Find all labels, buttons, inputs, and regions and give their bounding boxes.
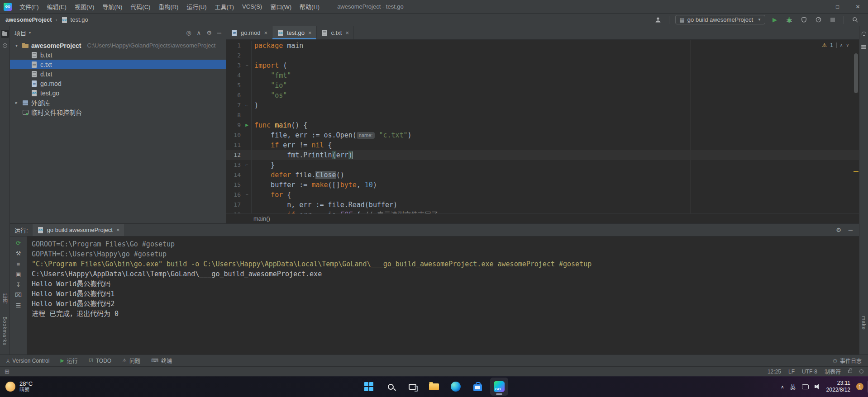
profiler-button[interactable]	[813, 15, 823, 25]
toolwindow-problems[interactable]: ⚠问题	[122, 357, 140, 364]
tree-item-node-external-libraries[interactable]: ▸外部库	[10, 98, 226, 107]
tree-item-file-b-txt[interactable]: b.txt	[10, 50, 226, 60]
volume-icon[interactable]	[815, 384, 820, 389]
toolwindow-terminal[interactable]: ⌨终端	[151, 357, 172, 364]
touch-keyboard-icon[interactable]	[802, 384, 809, 389]
menu-item[interactable]: 文件(F)	[15, 0, 43, 13]
maximize-button[interactable]: □	[827, 0, 848, 13]
run-button[interactable]: ▶	[770, 15, 780, 25]
fold-marker-icon[interactable]: −	[243, 190, 252, 200]
run-with-coverage-button[interactable]	[799, 15, 809, 25]
profile-icon[interactable]	[653, 15, 663, 25]
tool-stripe-label[interactable]: 结构	[1, 293, 9, 304]
menu-item[interactable]: 窗口(W)	[266, 0, 296, 13]
code-line[interactable]: 14 defer file.Close()	[226, 170, 859, 180]
tool-window-switcher-icon[interactable]: ⊞	[5, 368, 10, 375]
run-configuration-select[interactable]: ▤ go build awesomeProject ▼	[675, 15, 765, 24]
code-line[interactable]: 11 if err != nil {	[226, 140, 859, 150]
taskbar-search-button[interactable]	[382, 378, 400, 396]
rerun-icon[interactable]: ⟳	[16, 240, 21, 246]
tray-chevron-up-icon[interactable]: ∧	[781, 384, 784, 389]
code-line[interactable]: 15 buffer := make([]byte, 10)	[226, 180, 859, 190]
tree-item-file-d-txt[interactable]: d.txt	[10, 69, 226, 79]
code-line[interactable]: 17 n, err := file.Read(buffer)	[226, 200, 859, 210]
hide-panel-icon[interactable]: ─	[849, 227, 853, 233]
tab-test-go[interactable]: test.go×	[272, 26, 317, 39]
menu-item[interactable]: 重构(R)	[154, 0, 182, 13]
dump-threads-icon[interactable]: ▣	[15, 271, 21, 277]
tab-go-mod[interactable]: go.mod×	[226, 26, 272, 39]
collapse-all-icon[interactable]: ∧	[197, 29, 201, 36]
tab-close-icon[interactable]: ×	[345, 29, 349, 36]
minimize-button[interactable]: —	[807, 0, 827, 13]
fold-marker-icon[interactable]: ⌐	[243, 160, 252, 170]
toolwindow-todo[interactable]: ☑TODO	[89, 358, 111, 364]
tree-item-root-awesomeProject[interactable]: ▾awesomeProjectC:\Users\Happy\GolandProj…	[10, 41, 226, 50]
notifications-tool-button[interactable]	[860, 30, 868, 38]
tab-close-icon[interactable]: ×	[308, 29, 312, 36]
goland-taskbar-button[interactable]	[490, 378, 508, 396]
menu-item[interactable]: 帮助(H)	[296, 0, 324, 13]
close-button[interactable]: ✕	[848, 0, 868, 13]
start-button[interactable]	[360, 378, 378, 396]
run-tab[interactable]: go build awesomeProject ×	[33, 224, 124, 236]
tool-stripe-label[interactable]: make	[861, 316, 867, 330]
chevron-down-icon[interactable]: ∨	[846, 43, 849, 47]
stop-icon[interactable]: ■	[17, 261, 20, 267]
settings-icon[interactable]: ⚙	[206, 29, 212, 36]
menu-item[interactable]: 视图(V)	[71, 0, 98, 13]
scroll-to-end-icon[interactable]: ↧	[16, 282, 21, 288]
warning-stripe-mark[interactable]	[854, 171, 858, 172]
weather-widget[interactable]: 28°C 晴朗	[5, 380, 33, 393]
project-panel-title[interactable]: 项目	[14, 28, 26, 37]
event-log-button[interactable]: ◷ 事件日志	[833, 357, 862, 364]
tab-c-txt[interactable]: c.txt×	[317, 26, 354, 39]
tree-chevron-icon[interactable]: ▾	[14, 43, 19, 48]
tree-item-file-go-mod[interactable]: go.mod	[10, 79, 226, 88]
toolwindow-version-control[interactable]: YVersion Control	[6, 358, 49, 364]
menu-item[interactable]: 导航(N)	[98, 0, 126, 13]
tool-stripe-label[interactable]: Bookmarks	[2, 317, 8, 345]
code-line[interactable]: 2	[226, 51, 859, 61]
encoding-indicator[interactable]: UTF-8	[802, 369, 817, 375]
code-editor[interactable]: 1package main23−import (4 "fmt"5 "io"6 "…	[226, 40, 859, 213]
project-tool-button[interactable]	[1, 30, 9, 38]
code-line[interactable]: 1package main	[226, 41, 859, 51]
code-line[interactable]: 12 fmt.Println(err)	[226, 150, 859, 160]
hide-panel-icon[interactable]: ─	[217, 29, 221, 36]
scrollbar-thumb[interactable]	[854, 53, 858, 93]
code-line[interactable]: 5 "io"	[226, 80, 859, 90]
reader-mode-icon[interactable]	[859, 369, 863, 373]
menu-item[interactable]: 工具(T)	[210, 0, 238, 13]
soft-wrap-icon[interactable]: ☰	[16, 302, 21, 308]
code-line[interactable]: 10 file, err := os.Open(name: "c.txt")	[226, 130, 859, 140]
debug-button[interactable]	[784, 15, 794, 25]
menu-item[interactable]: 代码(C)	[126, 0, 154, 13]
search-everywhere-button[interactable]	[850, 15, 860, 25]
chevron-down-icon[interactable]: ▾	[29, 31, 31, 35]
notification-badge[interactable]: 1	[856, 383, 863, 390]
code-line[interactable]: 7⌐)	[226, 100, 859, 110]
fold-marker-icon[interactable]: ⌐	[243, 100, 252, 110]
code-line[interactable]: 6 "os"	[226, 90, 859, 100]
menu-item[interactable]: 运行(U)	[182, 0, 210, 13]
breadcrumb-file[interactable]: test.go	[71, 16, 88, 23]
locate-icon[interactable]: ◎	[186, 29, 191, 36]
settings-icon[interactable]: ⚙	[836, 227, 841, 233]
breadcrumb-function[interactable]: main()	[253, 215, 270, 222]
inspection-widget[interactable]: ⚠ 1 ∧ ∨	[822, 42, 849, 48]
store-button[interactable]	[468, 378, 486, 396]
line-ending-indicator[interactable]: LF	[788, 369, 795, 375]
edit-configuration-icon[interactable]: ⚒	[16, 250, 21, 256]
editor-scrollbar[interactable]	[853, 40, 859, 213]
fold-marker-icon[interactable]: −	[243, 61, 252, 71]
ime-indicator[interactable]: 英	[790, 383, 796, 391]
run-gutter-icon[interactable]: ▶	[243, 120, 252, 130]
tree-chevron-icon[interactable]: ▸	[14, 100, 19, 105]
commit-tool-button[interactable]	[1, 42, 9, 50]
edge-button[interactable]	[447, 378, 465, 396]
code-line[interactable]: 13⌐ }	[226, 160, 859, 170]
tree-item-node-scratches[interactable]: 临时文件和控制台	[10, 107, 226, 117]
clock[interactable]: 23:11 2022/8/12	[826, 380, 850, 393]
stop-button[interactable]	[828, 15, 838, 25]
